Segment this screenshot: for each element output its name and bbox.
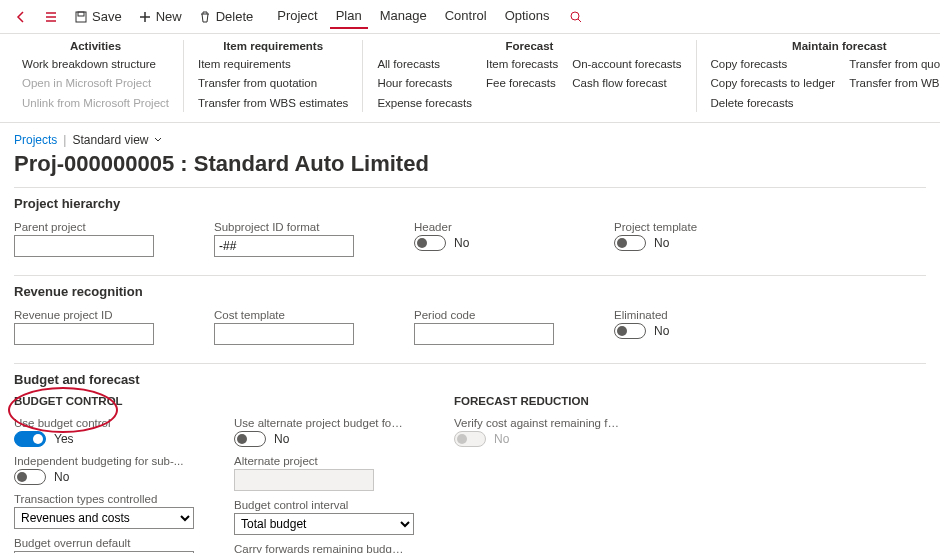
ribbon: ActivitiesWork breakdown structureOpen i…: [0, 34, 940, 123]
list-button[interactable]: [38, 6, 64, 28]
interval-select[interactable]: Total budget: [234, 513, 414, 535]
use-budget-value: Yes: [54, 432, 74, 446]
field-template: Project template No: [614, 221, 774, 257]
ribbon-link[interactable]: Fee forecasts: [486, 75, 558, 92]
forecast-reduction-column: FORECAST REDUCTION Verify cost against r…: [454, 395, 634, 553]
subproject-label: Subproject ID format: [214, 221, 374, 233]
budget-control-column: BUDGET CONTROL Use budget control Yes In…: [14, 395, 194, 553]
ribbon-link[interactable]: Transfer from WBS estimates: [198, 95, 348, 112]
ribbon-link[interactable]: Transfer from WBS: [849, 75, 940, 92]
ribbon-link[interactable]: Copy forecasts to ledger: [711, 75, 836, 92]
cost-template-input[interactable]: [214, 323, 354, 345]
ribbon-link[interactable]: Copy forecasts: [711, 56, 836, 73]
header-label: Header: [414, 221, 574, 233]
field-txn-types: Transaction types controlled Revenues an…: [14, 493, 194, 529]
subproject-input[interactable]: [214, 235, 354, 257]
tab-options[interactable]: Options: [499, 4, 556, 29]
parent-project-input[interactable]: [14, 235, 154, 257]
toolbar: Save New Delete ProjectPlanManageControl…: [0, 0, 940, 34]
period-code-input[interactable]: [414, 323, 554, 345]
tab-control[interactable]: Control: [439, 4, 493, 29]
breadcrumb-link[interactable]: Projects: [14, 133, 57, 147]
save-button[interactable]: Save: [68, 5, 128, 28]
save-label: Save: [92, 9, 122, 24]
field-cost-template: Cost template: [214, 309, 374, 345]
section-budget-forecast[interactable]: Budget and forecast: [14, 363, 926, 391]
ribbon-link[interactable]: Hour forecasts: [377, 75, 472, 92]
new-button[interactable]: New: [132, 5, 188, 28]
carry-label: Carry forwards remaining budgets: [234, 543, 404, 553]
parent-project-label: Parent project: [14, 221, 174, 233]
header-toggle[interactable]: No: [414, 235, 574, 251]
trash-icon: [198, 10, 212, 24]
section-revenue-recognition[interactable]: Revenue recognition: [14, 275, 926, 303]
ribbon-group-forecast: ForecastAll forecastsHour forecastsExpen…: [363, 40, 696, 112]
use-budget-label: Use budget control: [14, 417, 184, 429]
independent-label: Independent budgeting for sub-...: [14, 455, 184, 467]
ribbon-link[interactable]: Work breakdown structure: [22, 56, 169, 73]
ribbon-group-title: Maintain forecast: [711, 40, 940, 52]
ribbon-group-item-requirements: Item requirementsItem requirementsTransf…: [184, 40, 363, 112]
eliminated-toggle-value: No: [654, 324, 669, 338]
field-alt-project: Alternate project: [234, 455, 414, 491]
tab-manage[interactable]: Manage: [374, 4, 433, 29]
ribbon-link[interactable]: Transfer from quotation: [849, 56, 940, 73]
ribbon-group-maintain-forecast: Maintain forecastCopy forecastsCopy fore…: [697, 40, 940, 112]
ribbon-link[interactable]: Transfer from quotation: [198, 75, 348, 92]
ribbon-link[interactable]: Item forecasts: [486, 56, 558, 73]
ribbon-link[interactable]: On-account forecasts: [572, 56, 681, 73]
chevron-down-icon: [153, 135, 163, 145]
alt-project-input: [234, 469, 374, 491]
ribbon-link[interactable]: Expense forecasts: [377, 95, 472, 112]
eliminated-toggle[interactable]: No: [614, 323, 774, 339]
txn-types-label: Transaction types controlled: [14, 493, 184, 505]
budget-col2: Use alternate project budget for ... No …: [234, 395, 414, 553]
page-title: Proj-000000005 : Standard Auto Limited: [14, 151, 926, 177]
alt-project-label: Alternate project: [234, 455, 404, 467]
ribbon-link[interactable]: Item requirements: [198, 56, 348, 73]
field-use-alt: Use alternate project budget for ... No: [234, 417, 414, 447]
ribbon-group-title: Activities: [22, 40, 169, 52]
delete-button[interactable]: Delete: [192, 5, 260, 28]
cost-template-label: Cost template: [214, 309, 374, 321]
template-toggle[interactable]: No: [614, 235, 774, 251]
field-carry: Carry forwards remaining budgets No: [234, 543, 414, 553]
field-use-budget: Use budget control Yes: [14, 417, 194, 447]
template-toggle-value: No: [654, 236, 669, 250]
new-label: New: [156, 9, 182, 24]
use-budget-toggle[interactable]: Yes: [14, 431, 194, 447]
ribbon-link[interactable]: Delete forecasts: [711, 95, 836, 112]
ribbon-group-activities: ActivitiesWork breakdown structureOpen i…: [8, 40, 184, 112]
revenue-recognition-fields: Revenue project ID Cost template Period …: [14, 303, 926, 355]
content: Projects | Standard view Proj-000000005 …: [0, 123, 940, 553]
txn-types-select[interactable]: Revenues and costs: [14, 507, 194, 529]
ribbon-link[interactable]: All forecasts: [377, 56, 472, 73]
field-period-code: Period code: [414, 309, 574, 345]
use-alt-toggle[interactable]: No: [234, 431, 414, 447]
ribbon-group-title: Forecast: [377, 40, 681, 52]
breadcrumb-view[interactable]: Standard view: [72, 133, 162, 147]
ribbon-link[interactable]: Cash flow forecast: [572, 75, 681, 92]
interval-label: Budget control interval: [234, 499, 404, 511]
field-interval: Budget control interval Total budget: [234, 499, 414, 535]
list-icon: [44, 10, 58, 24]
section-project-hierarchy[interactable]: Project hierarchy: [14, 187, 926, 215]
tab-plan[interactable]: Plan: [330, 4, 368, 29]
use-alt-value: No: [274, 432, 289, 446]
project-hierarchy-fields: Parent project Subproject ID format Head…: [14, 215, 926, 267]
forecast-reduction-heading: FORECAST REDUCTION: [454, 395, 634, 407]
delete-label: Delete: [216, 9, 254, 24]
breadcrumb: Projects | Standard view: [14, 133, 926, 147]
save-icon: [74, 10, 88, 24]
search-icon: [569, 10, 583, 24]
toolbar-tabs: ProjectPlanManageControlOptions: [271, 4, 555, 29]
back-button[interactable]: [8, 6, 34, 28]
independent-value: No: [54, 470, 69, 484]
verify-value: No: [494, 432, 509, 446]
independent-toggle[interactable]: No: [14, 469, 194, 485]
ribbon-link: Unlink from Microsoft Project: [22, 95, 169, 112]
verify-toggle: No: [454, 431, 634, 447]
search-button[interactable]: [563, 6, 589, 28]
revenue-id-input[interactable]: [14, 323, 154, 345]
tab-project[interactable]: Project: [271, 4, 323, 29]
